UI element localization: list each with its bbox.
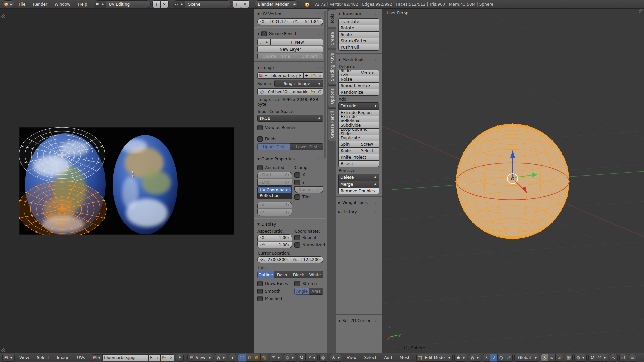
fake-user-button[interactable]: F	[297, 72, 304, 79]
panel-header-display[interactable]: ▼ Display ::::	[257, 221, 323, 228]
clamp-y-checkbox[interactable]	[294, 180, 300, 185]
smooth-vertex-button[interactable]: Smooth Vertex	[338, 82, 379, 89]
v3d-menu-select[interactable]: Select	[361, 355, 379, 360]
stretch-angle-button[interactable]: Angle	[294, 288, 309, 295]
uv-black-button[interactable]: Black	[290, 271, 307, 278]
normalized-row[interactable]: Normalized	[294, 242, 325, 248]
opengl-render-button[interactable]	[619, 354, 627, 362]
uv-menu-uvs[interactable]: UVs	[74, 355, 88, 360]
aspect-x-field[interactable]: X: 1.00	[257, 234, 292, 241]
uv-dash-button[interactable]: Dash	[274, 271, 290, 278]
manipulator-translate-button[interactable]	[490, 354, 498, 362]
add-layout-button[interactable]: +	[152, 0, 161, 8]
view-as-render-checkbox[interactable]	[257, 125, 263, 130]
panel-header-grease-pencil[interactable]: ▼ ✓ Grease Pencil ::::	[257, 30, 323, 37]
lower-first-button[interactable]: Lower First	[290, 143, 323, 150]
tiles-checkbox[interactable]	[294, 194, 300, 200]
proportional-edit-select[interactable]	[574, 354, 587, 362]
screen-layout-selector[interactable]: UV Editing	[94, 0, 151, 8]
close-layout-button[interactable]: ✕	[160, 0, 169, 8]
slide-edge-button[interactable]: Slide Edg	[338, 70, 359, 76]
panel-header-uv-vertex[interactable]: ▼ UV Vertex ::::	[257, 10, 323, 17]
image-browse-button[interactable]	[91, 354, 103, 361]
new-image-button[interactable]: +	[303, 72, 310, 79]
repeat-row[interactable]: Repeat	[294, 234, 325, 241]
noise-button[interactable]: Noise	[338, 76, 379, 83]
sphere-mesh[interactable]	[455, 123, 570, 239]
view-as-render-row[interactable]: View as Render	[257, 124, 323, 131]
knife-project-button[interactable]: Knife Project	[338, 154, 379, 161]
editor-type-button[interactable]	[330, 354, 342, 362]
proportional-edit-select[interactable]	[284, 354, 296, 362]
tab-grease-pencil[interactable]: Grease Pencil	[328, 108, 336, 141]
orientation-select[interactable]: Global	[514, 354, 539, 362]
unlink-image-button[interactable]: ✕	[168, 354, 174, 361]
anim-start-field[interactable]: Start: 0	[257, 172, 292, 178]
modified-row[interactable]: Modified	[257, 295, 292, 302]
render-engine-select[interactable]: Blender Render	[255, 0, 298, 8]
image-name-field[interactable]: bluemarble.jpg	[269, 72, 297, 79]
snap-element-select[interactable]	[305, 354, 318, 362]
uv-image-canvas[interactable]	[19, 127, 234, 235]
smooth-row[interactable]: Smooth	[257, 288, 292, 295]
app-menu-button[interactable]	[2, 0, 14, 8]
face-select-mode-button[interactable]	[555, 354, 563, 362]
opengl-render-anim-button[interactable]	[629, 354, 636, 362]
tab-tools[interactable]: Tools	[328, 10, 336, 27]
display-channel-select[interactable]: View	[187, 354, 213, 362]
knife-button[interactable]: Knife	[338, 147, 359, 154]
manipulator-toggle[interactable]	[483, 354, 490, 362]
grease-pencil-new-button[interactable]: + New	[270, 39, 323, 45]
viewport-canvas[interactable]	[382, 9, 644, 353]
aspect-y-field[interactable]: Y: 1.00	[257, 242, 292, 248]
snap-toggle[interactable]	[298, 354, 306, 362]
tiles-row[interactable]: Tiles	[294, 194, 323, 200]
area-resize-grip[interactable]	[639, 9, 643, 14]
scale-button[interactable]: Scale	[338, 31, 379, 38]
tiles-x-field[interactable]: X: 1	[257, 202, 292, 208]
uv-grid-unselected[interactable]	[19, 127, 105, 182]
normalized-checkbox[interactable]	[294, 242, 300, 248]
image-source-select[interactable]: Single Image	[274, 80, 323, 87]
stretch-area-button[interactable]: Area	[309, 288, 324, 295]
reflection-option[interactable]: Reflection	[258, 193, 291, 198]
animated-checkbox[interactable]	[257, 165, 263, 170]
clamp-y-row[interactable]: Y	[294, 179, 323, 186]
snap-element-select[interactable]	[596, 354, 608, 362]
extrude-menu[interactable]: Extrude	[338, 102, 379, 110]
uv-outline-button[interactable]: Outline	[257, 271, 274, 278]
uv-vertex-select-button[interactable]	[238, 354, 246, 362]
close-scene-button[interactable]: ✕	[241, 0, 249, 8]
v3d-menu-add[interactable]: Add	[381, 355, 395, 360]
remove-doubles-button[interactable]: Remove Doubles	[338, 188, 379, 194]
draw-faces-checkbox[interactable]: ✓	[257, 281, 263, 286]
manipulator-rotate-button[interactable]	[497, 354, 505, 362]
delete-frame-button[interactable]: Delete Frame	[257, 53, 296, 59]
tab-shading-uvs[interactable]: Shading / UVs	[328, 50, 336, 84]
uv-menu-select[interactable]: Select	[34, 355, 52, 360]
menu-render[interactable]: Render	[30, 2, 50, 7]
manipulator-scale-button[interactable]	[505, 354, 513, 362]
panel-header-history[interactable]: ▶ History ::::	[338, 208, 379, 215]
area-resize-grip[interactable]	[1, 14, 5, 18]
path-icon-button[interactable]	[257, 88, 266, 95]
image-datablock-browse[interactable]	[257, 72, 269, 79]
scene-selector[interactable]: Scene	[173, 0, 231, 8]
loop-cut-button[interactable]: Loop Cut and Slide	[338, 128, 379, 135]
new-image-button[interactable]: +	[154, 354, 161, 361]
upper-first-button[interactable]: Upper First	[257, 143, 290, 150]
push-pull-button[interactable]: Push/Pull	[338, 44, 379, 51]
duplicate-button[interactable]: Duplicate	[338, 135, 379, 141]
reload-image-button[interactable]	[316, 88, 323, 95]
uv-face-select-button[interactable]	[253, 354, 261, 362]
uv-vertex-x-field[interactable]: X: 1031.12	[257, 18, 290, 25]
delete-menu[interactable]: Delete	[338, 174, 379, 181]
fields-row[interactable]: Fields	[257, 136, 323, 142]
uv-menu-view[interactable]: View	[16, 355, 32, 360]
anim-end-field[interactable]: End: 0	[257, 179, 292, 186]
panel-header-set-2d-cursor[interactable]: ▼ Set 2D Cursor ::::	[338, 317, 379, 324]
draw-faces-row[interactable]: ✓ Draw Faces	[257, 280, 292, 287]
randomize-button[interactable]: Randomize	[338, 89, 379, 96]
uv-white-button[interactable]: White	[307, 271, 323, 278]
tab-options[interactable]: Options	[328, 85, 336, 107]
